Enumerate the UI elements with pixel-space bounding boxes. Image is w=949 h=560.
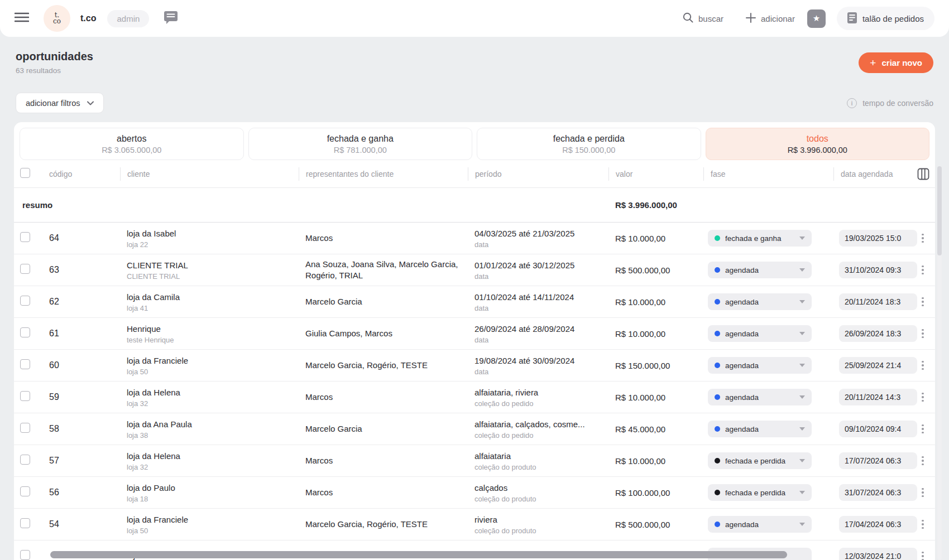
- phase-dropdown[interactable]: fechada e perdida: [708, 452, 812, 469]
- dropdown-caret-icon: [799, 459, 805, 462]
- phase-dropdown[interactable]: agendada: [708, 421, 812, 437]
- table-row[interactable]: 58 loja da Ana Paula loja 38 Marcelo Gar…: [14, 413, 935, 445]
- phase-dropdown[interactable]: agendada: [708, 516, 812, 533]
- row-menu-button[interactable]: [917, 424, 928, 434]
- period-value: 01/01/2024 até 30/12/2025: [474, 260, 608, 271]
- column-header-representantes[interactable]: representantes do cliente: [299, 167, 468, 181]
- period-type: coleção do pedido: [474, 399, 608, 408]
- scheduled-date[interactable]: 20/11/2024 14:3: [839, 389, 917, 405]
- row-menu-button[interactable]: [917, 393, 928, 402]
- add-filters-button[interactable]: adicionar filtros: [16, 93, 104, 113]
- order-pad-button[interactable]: talão de pedidos: [837, 7, 934, 30]
- vertical-scrollbar-thumb[interactable]: [937, 166, 942, 255]
- column-header-data-agendada[interactable]: data agendada: [833, 167, 917, 181]
- table-row[interactable]: 57 loja da Helena loja 32 Marcos alfaiat…: [14, 445, 935, 477]
- client-name: loja da Helena: [127, 451, 299, 461]
- columns-settings-button[interactable]: [917, 168, 935, 180]
- row-checkbox-cell: [14, 264, 39, 276]
- row-checkbox[interactable]: [20, 455, 30, 465]
- row-checkbox[interactable]: [20, 391, 30, 401]
- row-menu-button[interactable]: [917, 265, 928, 275]
- summary-tab[interactable]: fechada e perdida R$ 150.000,00: [477, 128, 701, 160]
- table-row[interactable]: 59 loja da Helena loja 32 Marcos alfaiat…: [14, 382, 935, 413]
- row-menu-button[interactable]: [917, 297, 928, 307]
- phase-dropdown[interactable]: agendada: [708, 293, 812, 310]
- row-menu-button[interactable]: [917, 361, 928, 370]
- table-row[interactable]: 54 loja da Franciele loja 50 Marcelo Gar…: [14, 509, 935, 540]
- period-value: 04/03/2025 até 21/03/2025: [474, 228, 608, 239]
- kebab-icon: [922, 552, 924, 554]
- row-client-cell: loja da Isabel loja 22: [120, 228, 299, 249]
- add-button[interactable]: adicionar: [746, 13, 795, 25]
- row-menu-button[interactable]: [917, 520, 928, 529]
- row-checkbox[interactable]: [20, 327, 30, 337]
- phase-dropdown[interactable]: fechada e ganha: [708, 230, 812, 247]
- row-code: 57: [39, 456, 120, 466]
- scheduled-date[interactable]: 25/09/2024 21:4: [839, 357, 917, 374]
- summary-tab[interactable]: fechada e ganha R$ 781.000,00: [248, 128, 473, 160]
- row-checkbox[interactable]: [20, 232, 30, 242]
- scheduled-date[interactable]: 19/03/2025 15:0: [839, 230, 917, 247]
- scheduled-date[interactable]: 09/10/2024 09:4: [839, 421, 917, 437]
- scheduled-date[interactable]: 20/11/2024 18:3: [839, 293, 917, 310]
- row-checkbox[interactable]: [20, 359, 30, 369]
- row-menu-button[interactable]: [917, 329, 928, 339]
- scheduled-cell: 17/07/2024 06:3: [833, 452, 917, 469]
- scheduled-date[interactable]: 31/10/2024 09:3: [839, 262, 917, 278]
- row-checkbox[interactable]: [20, 423, 30, 433]
- scheduled-date[interactable]: 31/07/2024 06:3: [839, 484, 917, 501]
- chat-icon[interactable]: [164, 10, 178, 27]
- column-header-fase[interactable]: fase: [703, 167, 833, 181]
- phase-dropdown[interactable]: fechada e perdida: [708, 484, 812, 501]
- phase-dropdown[interactable]: agendada: [708, 325, 812, 342]
- scheduled-cell: 20/11/2024 14:3: [833, 389, 917, 405]
- phase-dropdown[interactable]: agendada: [708, 389, 812, 405]
- phase-cell: agendada: [703, 325, 833, 342]
- favorites-button[interactable]: ★: [807, 9, 826, 28]
- create-new-button[interactable]: + criar novo: [859, 52, 933, 73]
- scheduled-date[interactable]: 17/04/2024 06:3: [839, 516, 917, 533]
- row-menu-button[interactable]: [917, 456, 928, 466]
- period-type: coleção do produto: [474, 463, 608, 471]
- horizontal-scrollbar[interactable]: [50, 551, 787, 558]
- column-header-periodo[interactable]: período: [468, 167, 608, 181]
- scheduled-date[interactable]: 12/03/2024 21:0: [839, 548, 917, 560]
- table-row[interactable]: 56 loja do Paulo loja 18 Marcos calçados…: [14, 477, 935, 509]
- phase-dropdown[interactable]: agendada: [708, 357, 812, 374]
- menu-icon[interactable]: [15, 12, 29, 25]
- kebab-icon: [922, 424, 924, 427]
- table-row[interactable]: 63 CLIENTE TRIAL CLIENTE TRIAL Ana Souza…: [14, 254, 935, 286]
- row-checkbox[interactable]: [20, 296, 30, 306]
- phase-dropdown[interactable]: agendada: [708, 262, 812, 278]
- column-header-codigo[interactable]: código: [39, 167, 120, 181]
- row-checkbox[interactable]: [20, 550, 30, 560]
- row-checkbox[interactable]: [20, 264, 30, 274]
- row-menu-button[interactable]: [917, 488, 928, 498]
- scheduled-date[interactable]: 17/07/2024 06:3: [839, 452, 917, 469]
- summary-tab[interactable]: abertos R$ 3.065.000,00: [20, 128, 244, 160]
- summary-tabs: abertos R$ 3.065.000,00 fechada e ganha …: [14, 122, 935, 160]
- search-button[interactable]: buscar: [683, 12, 723, 25]
- column-header-valor[interactable]: valor: [608, 167, 703, 181]
- table-row[interactable]: 60 loja da Franciele loja 50 Marcelo Gar…: [14, 350, 935, 382]
- summary-tab-value: R$ 150.000,00: [562, 146, 615, 155]
- row-menu-button[interactable]: [917, 552, 928, 560]
- vertical-scrollbar[interactable]: [937, 166, 942, 560]
- company-logo[interactable]: t. co: [44, 5, 70, 32]
- columns-icon: [917, 168, 929, 180]
- table-header: código cliente representantes do cliente…: [14, 160, 935, 188]
- table-row[interactable]: 64 loja da Isabel loja 22 Marcos 04/03/2…: [14, 223, 935, 254]
- topbar-left: t. co t.co admin: [15, 5, 178, 32]
- summary-tab[interactable]: todos R$ 3.996.000,00: [706, 128, 930, 160]
- row-checkbox[interactable]: [20, 518, 30, 528]
- topbar: t. co t.co admin buscar adicionar: [0, 0, 949, 37]
- row-code: 64: [39, 233, 120, 243]
- scheduled-date[interactable]: 26/09/2024 18:3: [839, 325, 917, 342]
- table-row[interactable]: 61 Henrique teste Henrique Giulia Campos…: [14, 318, 935, 350]
- conversion-time[interactable]: i tempo de conversão: [847, 98, 933, 108]
- column-header-cliente[interactable]: cliente: [120, 167, 299, 181]
- select-all-checkbox[interactable]: [20, 168, 30, 178]
- table-row[interactable]: 62 loja da Camila loja 41 Marcelo Garcia…: [14, 286, 935, 318]
- row-menu-button[interactable]: [917, 234, 928, 243]
- row-checkbox[interactable]: [20, 486, 30, 496]
